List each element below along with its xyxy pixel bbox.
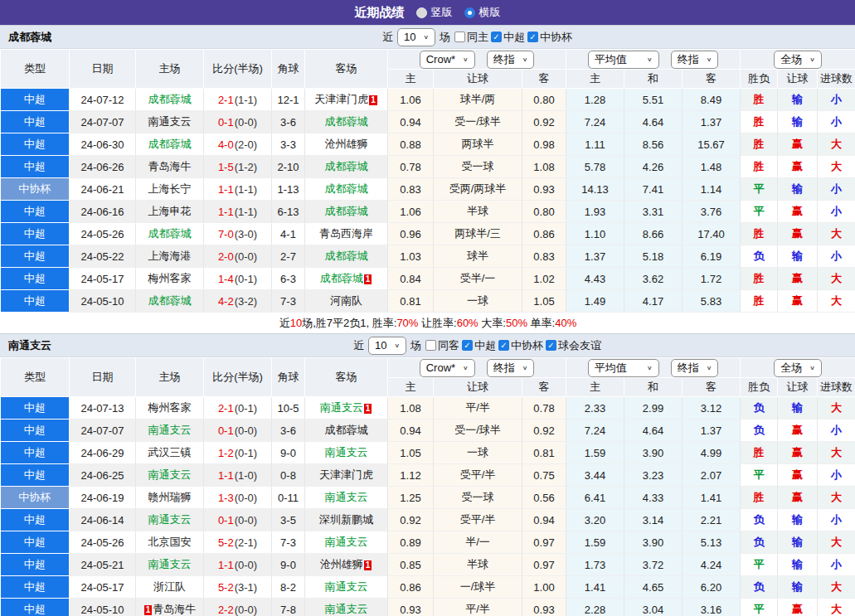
filter-checkbox-group: 同主✓中超✓中协杯 <box>454 30 572 45</box>
match-type-cell: 中协杯 <box>1 178 70 201</box>
filter-中协杯[interactable]: ✓中协杯 <box>527 30 572 45</box>
score-cell: 1-1(0-0) <box>204 554 272 576</box>
match-type-cell: 中超 <box>1 89 70 111</box>
result-wdl-cell: 负 <box>741 509 778 531</box>
checkbox-icon[interactable]: ✓ <box>498 340 509 351</box>
radio-vertical-label: 竖版 <box>431 5 453 20</box>
result-goals-cell: 大 <box>818 268 855 290</box>
home-team-cell: 浙江队 <box>136 576 204 599</box>
away-team-cell: 沧州雄狮 <box>305 133 388 156</box>
home-odds-cell: 0.85 <box>388 554 434 576</box>
home-team-cell: 成都蓉城 <box>136 290 204 313</box>
odds-stage-select[interactable]: 终指∨ <box>487 359 535 377</box>
average-stage-select[interactable]: 终指∨ <box>671 359 719 377</box>
checkbox-icon[interactable]: ✓ <box>462 340 473 351</box>
corner-cell: 7-8 <box>272 599 305 616</box>
games-count-value: 10 <box>404 31 415 43</box>
bookmaker-select[interactable]: Crow*∨ <box>420 359 475 377</box>
match-date-cell: 24-06-29 <box>70 442 136 464</box>
avg-away-cell: 2.07 <box>683 464 741 487</box>
away-odds-cell: 1.05 <box>522 290 566 313</box>
match-date-cell: 24-06-30 <box>70 133 136 156</box>
result-goals-cell: 小 <box>818 245 855 268</box>
near-label: 近 <box>382 30 393 45</box>
result-goals-cell: 大 <box>818 223 855 245</box>
layout-radio-vertical[interactable]: 竖版 <box>416 5 453 20</box>
scope-select[interactable]: 全场∨ <box>774 359 822 377</box>
average-stage-select[interactable]: 终指∨ <box>671 51 719 69</box>
match-date-cell: 24-05-22 <box>70 245 136 268</box>
result-handicap-cell: 赢 <box>778 268 818 290</box>
checkbox-icon[interactable]: ✓ <box>527 32 538 42</box>
checkbox-icon[interactable] <box>454 32 465 42</box>
result-wdl-cell: 胜 <box>741 89 778 111</box>
avg-away-cell: 1.72 <box>683 268 741 290</box>
team-name: 赣州瑞狮 <box>148 491 192 503</box>
handicap-cell: 半/一 <box>434 531 522 554</box>
radio-icon[interactable] <box>464 7 475 18</box>
filter-球会友谊[interactable]: ✓球会友谊 <box>546 338 601 353</box>
games-count-select[interactable]: 10 ∨ <box>397 28 435 46</box>
scope-controls: 全场∨ <box>741 358 855 378</box>
halftime-score: (2-0) <box>235 138 257 151</box>
checkbox-icon[interactable]: ✓ <box>546 340 556 351</box>
result-handicap-cell: 赢 <box>778 420 818 442</box>
filter-同客[interactable]: 同客 <box>425 338 459 353</box>
checkbox-icon[interactable]: ✓ <box>491 32 502 42</box>
handicap-cell: 受一球 <box>434 156 522 178</box>
radio-icon[interactable] <box>416 7 427 18</box>
col-home: 主场 <box>136 358 204 397</box>
match-row: 中超24-06-16上海申花1-1(1-1)6-13成都蓉城1.06半球0.80… <box>1 201 855 223</box>
games-count-select[interactable]: 10 ∨ <box>368 337 406 355</box>
team-name: 北京国安 <box>148 536 192 548</box>
col-res-wdl: 胜负 <box>741 378 778 397</box>
filter-中协杯[interactable]: ✓中协杯 <box>498 338 543 353</box>
home-team-cell: 上海申花 <box>136 201 204 223</box>
match-type-cell: 中超 <box>1 464 70 487</box>
avg-draw-cell: 3.31 <box>624 201 683 223</box>
filter-中超[interactable]: ✓中超 <box>491 30 525 45</box>
filter-label: 中超 <box>474 338 496 353</box>
handicap-cell: 受平/半 <box>434 464 522 487</box>
layout-radio-horizontal[interactable]: 横版 <box>464 5 501 20</box>
home-odds-cell: 0.78 <box>388 156 434 178</box>
result-wdl-cell: 胜 <box>741 442 778 464</box>
match-row: 中超24-07-07南通支云0-1(0-0)3-6成都蓉城0.94受一/球半0.… <box>1 420 855 442</box>
home-odds-cell: 1.05 <box>388 442 434 464</box>
avg-home-cell: 4.43 <box>566 268 624 290</box>
team-name: 南通支云 <box>325 580 368 593</box>
average-select[interactable]: 平均值∨ <box>588 51 659 69</box>
filter-同主[interactable]: 同主 <box>454 30 488 45</box>
bookmaker-value: Crow* <box>426 53 455 65</box>
avg-away-cell: 3.12 <box>683 397 741 420</box>
match-type-cell: 中超 <box>1 133 70 156</box>
fulltime-score: 0-1 <box>218 424 234 437</box>
avg-home-cell: 14.13 <box>566 178 624 201</box>
fulltime-score: 2-2 <box>218 604 234 616</box>
avg-away-cell: 17.40 <box>683 223 741 245</box>
halftime-score: (1-0) <box>235 469 257 482</box>
summary-segment: 近 <box>279 317 290 329</box>
filter-中超[interactable]: ✓中超 <box>462 338 496 353</box>
score-cell: 1-2(0-1) <box>204 442 272 464</box>
result-handicap-cell: 赢 <box>778 133 818 156</box>
col-away: 客场 <box>305 358 388 397</box>
fulltime-score: 2-0 <box>218 250 234 263</box>
result-handicap-cell: 输 <box>778 576 818 599</box>
result-wdl-cell: 平 <box>741 178 778 201</box>
corner-cell: 0-11 <box>272 487 305 509</box>
result-wdl-cell: 负 <box>741 397 778 420</box>
bookmaker-select[interactable]: Crow*∨ <box>420 51 475 69</box>
team-name: 青岛西海岸 <box>319 227 373 240</box>
odds-stage-select[interactable]: 终指∨ <box>487 51 535 69</box>
average-select[interactable]: 平均值∨ <box>588 359 659 377</box>
scope-select[interactable]: 全场∨ <box>774 51 822 69</box>
summary-segment: 单率: <box>527 317 555 329</box>
corner-cell: 0-8 <box>272 464 305 487</box>
corner-cell: 2-10 <box>272 156 305 178</box>
halftime-score: (0-0) <box>235 424 257 437</box>
avg-away-cell: 4.99 <box>683 442 741 464</box>
match-date-cell: 24-07-13 <box>70 397 136 420</box>
checkbox-icon[interactable] <box>425 340 436 351</box>
match-date-cell: 24-05-26 <box>70 223 136 245</box>
